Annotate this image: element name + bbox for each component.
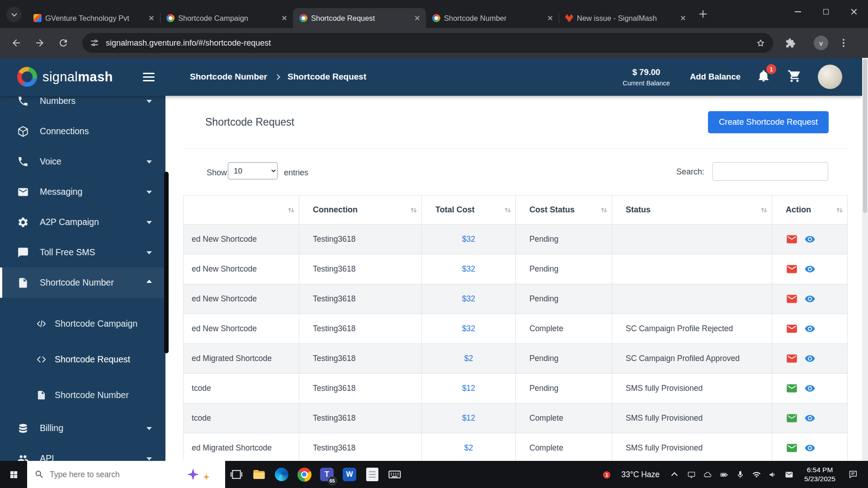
sort-icon[interactable]: [286, 205, 296, 215]
tab-close-icon[interactable]: [146, 13, 156, 23]
site-info-icon[interactable]: [90, 38, 99, 48]
column-header-cost-status[interactable]: Cost Status: [516, 196, 612, 225]
tab-close-icon[interactable]: [279, 13, 289, 23]
add-balance-link[interactable]: Add Balance: [690, 72, 741, 82]
total-cost-link[interactable]: $2: [422, 344, 516, 374]
browser-tab-shortcode-campaign[interactable]: Shortcode Campaign: [160, 8, 293, 28]
sidebar-item-messaging[interactable]: Messaging: [0, 177, 165, 207]
tab-close-icon[interactable]: [678, 13, 688, 23]
address-bar[interactable]: signalmash.gventure.info/#/shortcode-req…: [82, 33, 773, 53]
total-cost-link[interactable]: $32: [422, 314, 516, 344]
browser-tab-new-issue[interactable]: New issue - SignalMash: [559, 8, 692, 28]
forward-button[interactable]: [30, 33, 50, 53]
send-mail-icon[interactable]: [786, 442, 798, 454]
total-cost-link[interactable]: $2: [422, 433, 516, 463]
browser-profile-avatar[interactable]: v: [814, 36, 828, 50]
browser-tab-shortcode-request-active[interactable]: Shortcode Request: [293, 8, 426, 28]
sidebar-toggle-button[interactable]: [143, 73, 155, 81]
column-header-status[interactable]: Status: [612, 196, 772, 225]
taskbar-clock[interactable]: 6:54 PM 5/23/2025: [804, 465, 835, 483]
notifications-button[interactable]: 1: [757, 69, 770, 84]
extensions-button[interactable]: [780, 33, 800, 53]
sidebar-item-shortcode-number[interactable]: Shortcode Number: [0, 267, 165, 298]
view-details-eye-icon[interactable]: [804, 383, 816, 394]
view-details-eye-icon[interactable]: [804, 353, 816, 364]
scrollbar-thumb[interactable]: [863, 59, 867, 213]
browser-menu-button[interactable]: [835, 33, 853, 53]
view-details-eye-icon[interactable]: [804, 234, 816, 245]
show-hidden-icons-button[interactable]: [671, 472, 678, 479]
user-avatar[interactable]: [818, 65, 842, 89]
weather-widget[interactable]: 33°C Haze: [621, 470, 660, 479]
touch-keyboard-button[interactable]: [383, 461, 406, 488]
send-mail-icon[interactable]: [786, 233, 798, 245]
send-mail-icon[interactable]: [786, 293, 798, 305]
view-details-eye-icon[interactable]: [804, 323, 816, 334]
notes-app-button[interactable]: [361, 461, 383, 488]
browser-tab-gventure[interactable]: GVenture Technology Pvt: [27, 8, 160, 28]
browser-tab-shortcode-number[interactable]: Shortcode Number: [426, 8, 559, 28]
view-details-eye-icon[interactable]: [804, 293, 816, 305]
cart-button[interactable]: [788, 69, 802, 85]
sort-icon[interactable]: [503, 205, 513, 215]
sidebar-item-api[interactable]: API: [0, 443, 165, 461]
file-explorer-button[interactable]: [248, 461, 270, 488]
total-cost-link[interactable]: $32: [422, 284, 516, 314]
start-button[interactable]: [0, 461, 27, 488]
send-mail-icon[interactable]: [786, 323, 798, 335]
total-cost-link[interactable]: $12: [422, 404, 516, 433]
column-header-name[interactable]: [184, 196, 299, 225]
send-mail-icon[interactable]: [786, 382, 798, 394]
chrome-button[interactable]: [293, 461, 316, 488]
battery-tray-icon[interactable]: [716, 461, 732, 488]
sidebar-item-voice[interactable]: Voice: [0, 146, 165, 177]
column-header-total-cost[interactable]: Total Cost: [422, 196, 516, 225]
breadcrumb-parent[interactable]: Shortcode Number: [190, 72, 267, 82]
network-tray-icon[interactable]: [748, 461, 764, 488]
brand-name[interactable]: signalmash: [42, 70, 113, 84]
tab-close-icon[interactable]: [545, 13, 555, 23]
sort-icon[interactable]: [599, 205, 609, 215]
bookmark-star-icon[interactable]: [755, 38, 766, 48]
view-details-eye-icon[interactable]: [804, 442, 816, 454]
column-header-connection[interactable]: Connection: [299, 196, 422, 225]
sidebar-subitem-shortcode-campaign[interactable]: Shortcode Campaign: [0, 306, 165, 342]
taskbar-search-box[interactable]: [27, 461, 225, 488]
edge-button[interactable]: [270, 461, 293, 488]
column-header-action[interactable]: Action: [772, 196, 848, 225]
page-scrollbar[interactable]: [862, 58, 868, 461]
new-tab-button[interactable]: [695, 6, 711, 22]
view-details-eye-icon[interactable]: [804, 263, 816, 275]
signalmash-logo-icon[interactable]: [17, 67, 37, 87]
teams-button[interactable]: T 65: [316, 461, 338, 488]
task-view-button[interactable]: [225, 461, 248, 488]
tab-close-icon[interactable]: [412, 13, 422, 23]
url-text[interactable]: signalmash.gventure.info/#/shortcode-req…: [106, 38, 755, 48]
page-size-select[interactable]: 10: [228, 162, 278, 179]
action-center-button[interactable]: [843, 461, 863, 488]
window-close-button[interactable]: [840, 0, 868, 23]
onedrive-tray-icon[interactable]: [699, 461, 716, 488]
sort-icon[interactable]: [409, 205, 419, 215]
view-details-eye-icon[interactable]: [804, 413, 816, 424]
display-tray-icon[interactable]: [683, 461, 699, 488]
total-cost-link[interactable]: $12: [422, 374, 516, 404]
sidebar-item-connections[interactable]: Connections: [0, 116, 165, 146]
window-maximize-button[interactable]: [812, 0, 840, 23]
back-button[interactable]: [6, 33, 26, 53]
sidebar-subitem-shortcode-number[interactable]: Shortcode Number: [0, 377, 165, 413]
volume-tray-icon[interactable]: [764, 461, 781, 488]
microphone-tray-icon[interactable]: [732, 461, 748, 488]
window-minimize-button[interactable]: [784, 0, 812, 23]
send-mail-icon[interactable]: [786, 412, 798, 424]
sidebar-scrollbar[interactable]: [164, 172, 169, 353]
sort-icon[interactable]: [835, 205, 844, 215]
reload-button[interactable]: [53, 33, 73, 53]
search-input[interactable]: [712, 162, 828, 181]
total-cost-link[interactable]: $32: [422, 225, 516, 254]
tab-search-button[interactable]: [6, 7, 22, 22]
sort-icon[interactable]: [759, 205, 769, 215]
send-mail-icon[interactable]: [786, 263, 798, 275]
sidebar-item-a2p-campaign[interactable]: A2P Campaign: [0, 207, 165, 237]
sidebar-item-billing[interactable]: Billing: [0, 413, 165, 443]
